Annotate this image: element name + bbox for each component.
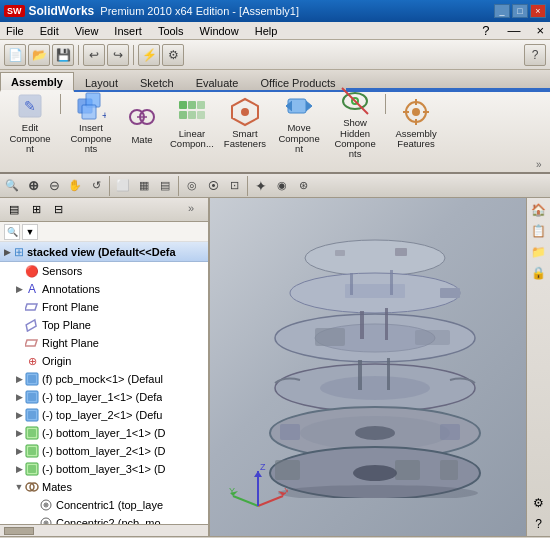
tab-sketch[interactable]: Sketch <box>129 72 185 92</box>
svg-marker-28 <box>25 304 37 310</box>
edit-component-button[interactable]: ✎ EditComponent <box>2 94 58 152</box>
show-hidden-button[interactable]: ShowHiddenComponents <box>327 94 383 152</box>
zoom-out-button[interactable]: ⊖ <box>44 177 64 195</box>
tree-item-origin[interactable]: ⊕ Origin <box>0 352 208 370</box>
move-component-button[interactable]: MoveComponent <box>271 94 327 152</box>
ribbon-tabs: Assembly Layout Sketch Evaluate Office P… <box>0 70 550 92</box>
undo-button[interactable]: ↩ <box>83 44 105 66</box>
maximize-button[interactable]: □ <box>512 4 528 18</box>
tree-property-manager-btn[interactable]: ⊞ <box>26 201 46 219</box>
filter-button[interactable]: 🔍 <box>4 224 20 240</box>
menu-tools[interactable]: Tools <box>154 24 188 38</box>
concentric1-expand <box>28 500 38 510</box>
tree-item-bottom-layer-3[interactable]: ▶ (-) bottom_layer_3<1> (D <box>0 460 208 478</box>
open-button[interactable]: 📂 <box>28 44 50 66</box>
minimize-icon[interactable]: — <box>503 23 524 38</box>
filter-options-button[interactable]: ▼ <box>22 224 38 240</box>
mates-label: Mates <box>42 481 72 493</box>
svg-rect-38 <box>28 429 36 437</box>
rotate-button[interactable]: ↺ <box>86 177 106 195</box>
close-menu-icon[interactable]: × <box>532 23 548 38</box>
help-search-button[interactable]: ? <box>524 44 546 66</box>
tree-root[interactable]: ▶ ⊞ stacked view (Default<<Defa <box>0 242 208 262</box>
svg-point-47 <box>45 504 47 506</box>
tree-config-manager-btn[interactable]: ⊟ <box>48 201 68 219</box>
sidebar-home-button[interactable]: 🏠 <box>529 200 549 220</box>
main-content: ▤ ⊞ ⊟ » 🔍 ▼ ▶ ⊞ stacked view (Default<<D… <box>0 198 550 536</box>
tree-item-sensors[interactable]: 🔴 Sensors <box>0 262 208 280</box>
sidebar-settings-button[interactable]: ⚙ <box>529 493 549 513</box>
zoom-to-fit-button[interactable]: 🔍 <box>2 177 22 195</box>
tree-feature-manager-btn[interactable]: ▤ <box>4 201 24 219</box>
view-orient-button[interactable]: ⬜ <box>113 177 133 195</box>
help-icon[interactable]: ? <box>476 23 495 38</box>
scenes-button[interactable]: ◉ <box>272 177 292 195</box>
tab-evaluate[interactable]: Evaluate <box>185 72 250 92</box>
tree-item-bottom-layer-2[interactable]: ▶ (-) bottom_layer_2<1> (D <box>0 442 208 460</box>
menu-help[interactable]: Help <box>251 24 282 38</box>
redo-button[interactable]: ↪ <box>107 44 129 66</box>
tree-item-concentric2[interactable]: Concentric2 (pcb_mo <box>0 514 208 524</box>
save-button[interactable]: 💾 <box>52 44 74 66</box>
top-plane-expand <box>14 320 24 330</box>
tree-item-top-plane[interactable]: Top Plane <box>0 316 208 334</box>
tree-item-concentric1[interactable]: Concentric1 (top_laye <box>0 496 208 514</box>
insert-components-button[interactable]: + Insert Components <box>63 94 119 152</box>
decals-button[interactable]: ⊛ <box>293 177 313 195</box>
wireframe-button[interactable]: ▤ <box>155 177 175 195</box>
view-sep-1 <box>109 176 110 196</box>
section-button[interactable]: ◎ <box>182 177 202 195</box>
tab-layout[interactable]: Layout <box>74 72 129 92</box>
tree-item-annotations[interactable]: ▶ A Annotations <box>0 280 208 298</box>
tab-assembly[interactable]: Assembly <box>0 72 74 92</box>
tree-collapse-button[interactable]: » <box>188 202 204 218</box>
tree-item-bottom-layer-1[interactable]: ▶ (-) bottom_layer_1<1> (D <box>0 424 208 442</box>
close-button[interactable]: × <box>530 4 546 18</box>
appearance-button[interactable]: ✦ <box>251 177 271 195</box>
smart-fasteners-button[interactable]: SmartFasteners <box>219 94 271 152</box>
move-component-icon <box>283 91 315 121</box>
tree-item-mates[interactable]: ▼ Mates <box>0 478 208 496</box>
menu-insert[interactable]: Insert <box>110 24 146 38</box>
sidebar-help-button[interactable]: ? <box>529 514 549 534</box>
tree-item-top-layer-1[interactable]: ▶ (-) top_layer_1<1> (Defa <box>0 388 208 406</box>
new-button[interactable]: 📄 <box>4 44 26 66</box>
svg-rect-61 <box>315 328 345 346</box>
tab-office[interactable]: Office Products <box>249 72 346 92</box>
options-button[interactable]: ⚙ <box>162 44 184 66</box>
sensors-icon: 🔴 <box>24 263 40 279</box>
tree-item-top-layer-2[interactable]: ▶ (-) top_layer_2<1> (Defu <box>0 406 208 424</box>
tree-hscroll[interactable] <box>0 524 208 536</box>
lighting-button[interactable]: ⊡ <box>224 177 244 195</box>
assembly-features-button[interactable]: Assembly Features <box>388 94 444 152</box>
menu-view[interactable]: View <box>71 24 103 38</box>
sidebar-task-pane-button[interactable]: 📋 <box>529 221 549 241</box>
window-controls[interactable]: _ □ × <box>494 4 546 18</box>
mate-button[interactable]: Mate <box>119 94 165 152</box>
ribbon-expand-button[interactable]: » <box>536 159 548 170</box>
svg-rect-36 <box>28 411 36 419</box>
menu-edit[interactable]: Edit <box>36 24 63 38</box>
sidebar-resources-button[interactable]: 📁 <box>529 242 549 262</box>
tree-item-pcb-mock[interactable]: ▶ (f) pcb_mock<1> (Defaul <box>0 370 208 388</box>
svg-rect-14 <box>197 111 205 119</box>
pan-button[interactable]: ✋ <box>65 177 85 195</box>
minimize-button[interactable]: _ <box>494 4 510 18</box>
zoom-in-button[interactable]: ⊕ <box>23 177 43 195</box>
tree-item-front-plane[interactable]: Front Plane <box>0 298 208 316</box>
sidebar-lock-button[interactable]: 🔒 <box>529 263 549 283</box>
shaded-button[interactable]: ▦ <box>134 177 154 195</box>
svg-rect-64 <box>385 308 388 340</box>
tree-item-right-plane[interactable]: Right Plane <box>0 334 208 352</box>
menu-file[interactable]: File <box>2 24 28 38</box>
move-component-label: MoveComponent <box>276 123 322 154</box>
smart-fasteners-icon <box>229 97 261 127</box>
viewport[interactable]: X Y Z <box>210 198 526 536</box>
menu-window[interactable]: Window <box>196 24 243 38</box>
linear-component-button[interactable]: LinearCompon... <box>165 94 219 152</box>
display-button[interactable]: ⦿ <box>203 177 223 195</box>
svg-rect-68 <box>387 358 390 390</box>
bottom-layer-3-expand: ▶ <box>14 464 24 474</box>
pcb-mock-expand: ▶ <box>14 374 24 384</box>
rebuild-button[interactable]: ⚡ <box>138 44 160 66</box>
